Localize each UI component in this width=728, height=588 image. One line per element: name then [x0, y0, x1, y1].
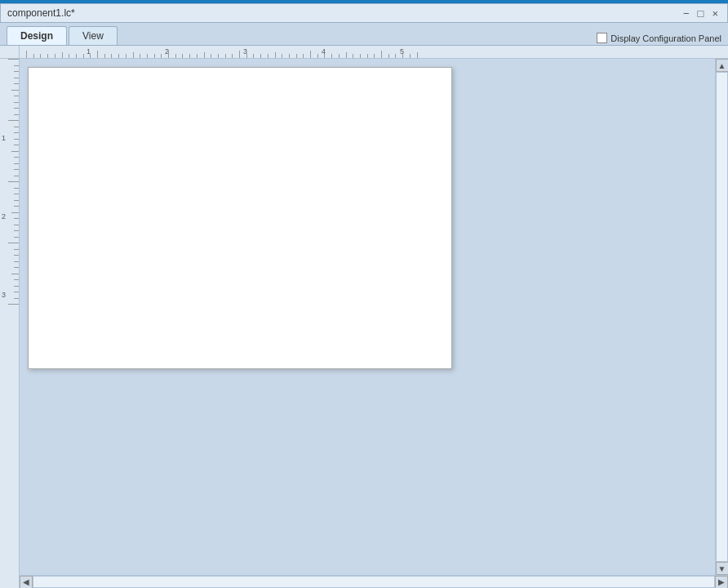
left-ruler: 1 2 3 — [0, 144, 20, 588]
bottom-scrollbar: ◀ ▶ — [20, 575, 728, 588]
ruler-tick-v — [14, 163, 20, 164]
ruler-tick-v — [14, 279, 20, 280]
ruler-tick-v — [14, 188, 20, 189]
top-ruler-and-canvas: 1 2 3 4 5 ▲ — [20, 144, 728, 588]
ruler-tick-v — [14, 267, 20, 268]
ruler-tick-v — [14, 249, 20, 250]
ruler-mark-3: 3 — [2, 291, 6, 299]
scroll-right-arrow[interactable]: ▶ — [715, 576, 728, 589]
ruler-tick-v — [14, 230, 20, 231]
scroll-horizontal-track[interactable] — [33, 576, 715, 588]
scroll-left-arrow[interactable]: ◀ — [20, 576, 33, 589]
ruler-tick-v — [8, 181, 20, 182]
ruler-tick-v — [14, 292, 20, 292]
ruler-tick-v — [14, 298, 20, 299]
ruler-tick-v — [14, 237, 20, 238]
canvas-scroll-area[interactable] — [20, 144, 715, 575]
ruler-tick-v — [14, 169, 20, 170]
doc-window: component1.lc* − □ × Design View Display… — [0, 144, 728, 588]
scroll-down-arrow[interactable]: ▼ — [716, 562, 729, 575]
doc-inner: 1 2 3 1 2 3 4 5 — [0, 144, 728, 588]
canvas-area-container: ▲ ▼ — [20, 144, 728, 575]
ruler-tick-v — [14, 157, 20, 158]
ruler-tick-v — [14, 176, 20, 176]
ruler-tick-v — [14, 206, 20, 207]
scroll-vertical-track[interactable] — [716, 144, 728, 562]
ruler-tick-v — [14, 218, 20, 219]
page-canvas — [28, 144, 452, 369]
ruler-tick-v — [14, 200, 20, 201]
ruler-tick-v — [14, 194, 20, 194]
ruler-tick-v — [14, 261, 20, 262]
ruler-tick-v — [11, 212, 20, 213]
ruler-tick-v — [14, 225, 20, 225]
ruler-tick-v — [11, 151, 20, 152]
ruler-tick-v — [8, 304, 20, 305]
app-body: component1.lc* − □ × Design View Display… — [0, 144, 728, 588]
right-scrollbar: ▲ ▼ — [715, 144, 728, 575]
ruler-tick-v — [14, 145, 20, 145]
ruler-tick-v — [8, 243, 20, 243]
ruler-tick-v — [11, 274, 20, 274]
ruler-tick-v — [14, 286, 20, 287]
ruler-tick-v — [14, 255, 20, 256]
ruler-mark-2: 2 — [2, 212, 6, 220]
